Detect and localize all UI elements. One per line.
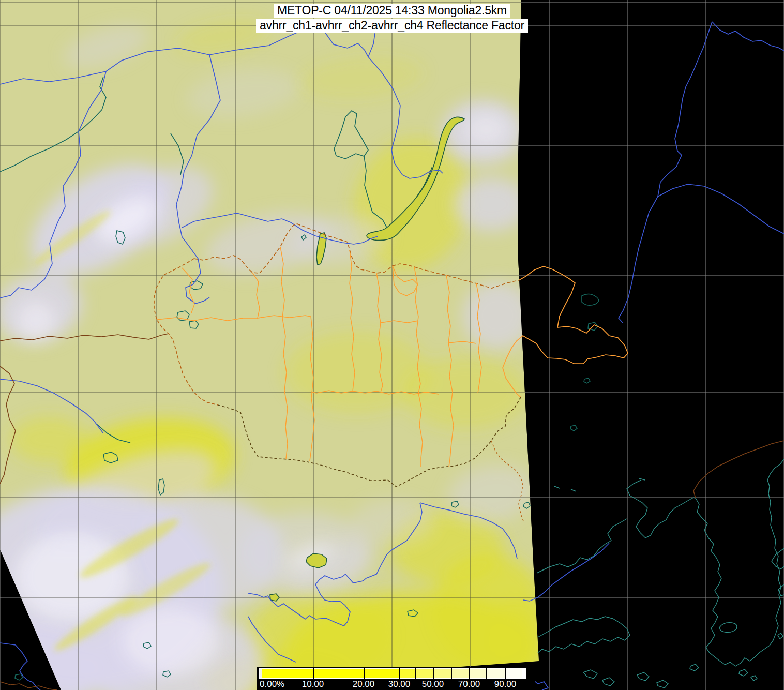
colorbar-tick-20 [364,668,365,679]
colorbar-tick-70 [469,668,470,679]
colorbar-label-10: 10.00 [302,679,324,689]
colorbar-tick-30 [399,668,400,679]
colorbar-label-0: 0.00% [260,679,284,689]
colorbar-tick-10 [313,668,314,679]
colorbar-tick-90 [505,668,506,679]
title-row-2: avhrr_ch1-avhrr_ch2-avhrr_ch4 Reflectanc… [0,19,784,33]
colorbar: 0.00% 10.00 20.00 30.00 50.00 70.00 90.0… [257,667,535,690]
satellite-map [0,0,784,690]
title-line-1: METOP-C 04/11/2025 14:33 Mongolia2.5km [274,4,510,18]
colorbar-label-70: 70.00 [458,679,480,689]
title-line-2: avhrr_ch1-avhrr_ch2-avhrr_ch4 Reflectanc… [256,19,528,33]
title-row-1: METOP-C 04/11/2025 14:33 Mongolia2.5km [0,4,784,18]
colorbar-tick-80 [486,668,487,679]
satellite-viewer: METOP-C 04/11/2025 14:33 Mongolia2.5km a… [0,0,784,690]
colorbar-label-30: 30.00 [388,679,411,689]
colorbar-tick-60 [451,668,452,679]
colorbar-tick-40 [415,668,416,679]
colorbar-label-20: 20.00 [353,679,375,689]
image-annotation: METOP-C 04/11/2025 14:33 Mongolia2.5km a… [0,4,784,33]
colorbar-label-50: 50.00 [422,679,444,689]
colorbar-label-90: 90.00 [494,679,517,689]
colorbar-tick-50 [433,668,434,679]
